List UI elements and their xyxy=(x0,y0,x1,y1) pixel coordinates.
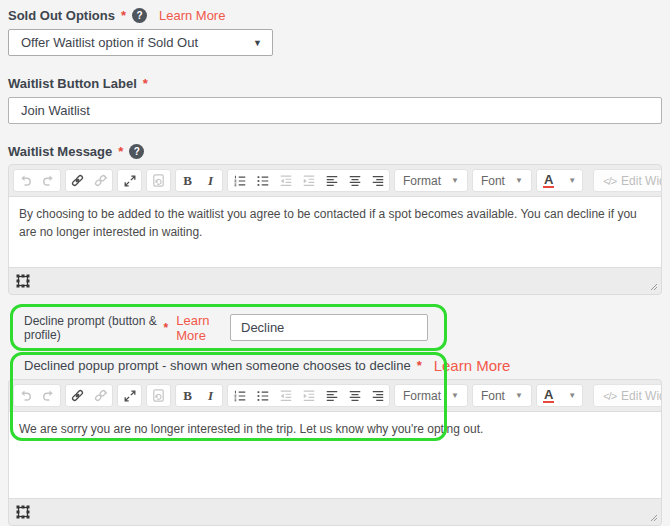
required-asterisk: * xyxy=(164,321,169,335)
italic-button[interactable]: I xyxy=(199,385,222,406)
ordered-list-button[interactable] xyxy=(228,385,251,406)
chevron-down-icon: ▼ xyxy=(568,176,576,185)
align-left-button[interactable] xyxy=(320,385,343,406)
required-asterisk: * xyxy=(121,8,126,23)
chevron-down-icon: ▼ xyxy=(451,391,459,400)
editor-toolbar: B I Format ▼ Font ▼ xyxy=(9,380,661,411)
declined-popup-content[interactable]: We are sorry you are no longer intereste… xyxy=(9,411,661,499)
undo-button[interactable] xyxy=(14,385,37,406)
format-dropdown-value: Format xyxy=(403,174,441,188)
redo-button[interactable] xyxy=(37,170,60,191)
chevron-down-icon: ▼ xyxy=(515,176,523,185)
editor-statusbar xyxy=(9,268,661,294)
decline-prompt-input[interactable] xyxy=(230,314,428,341)
outdent-button[interactable] xyxy=(274,385,297,406)
bullet-list-button[interactable] xyxy=(251,170,274,191)
bullet-list-button[interactable] xyxy=(251,385,274,406)
code-icon: </> xyxy=(603,175,616,187)
sold-out-selected-value: Offer Waitlist option if Sold Out xyxy=(21,35,198,50)
unlink-button[interactable] xyxy=(89,385,112,406)
ordered-list-button[interactable] xyxy=(228,170,251,191)
declined-popup-learn-more-link[interactable]: Learn More xyxy=(434,357,511,374)
indent-button[interactable] xyxy=(297,385,320,406)
resize-grip[interactable] xyxy=(650,283,658,291)
waitlist-message-content[interactable]: By choosing to be added to the waitlist … xyxy=(9,196,661,268)
waitlist-message-label: Waitlist Message xyxy=(8,144,112,159)
waitlist-settings-form: Sold Out Options * ? Learn More Offer Wa… xyxy=(0,0,670,526)
text-color-button[interactable]: A ▼ xyxy=(536,169,583,192)
maximize-icon[interactable] xyxy=(118,385,141,406)
waitlist-button-label: Waitlist Button Label xyxy=(8,76,137,91)
unlink-button[interactable] xyxy=(89,170,112,191)
editor-toolbar: B I Format ▼ Font ▼ A ▼ xyxy=(9,165,661,196)
resize-grip[interactable] xyxy=(650,514,658,522)
required-asterisk: * xyxy=(143,76,148,91)
font-dropdown[interactable]: Font ▼ xyxy=(472,169,532,192)
required-asterisk: * xyxy=(417,358,422,373)
waitlist-button-label-row: Waitlist Button Label * xyxy=(8,76,662,91)
restore-draft-icon[interactable] xyxy=(147,385,170,406)
declined-popup-label-row: Declined popup prompt - shown when someo… xyxy=(24,357,662,374)
edit-widget-label: Edit Widget xyxy=(621,389,662,403)
help-icon[interactable]: ? xyxy=(129,144,144,159)
help-icon[interactable]: ? xyxy=(132,8,147,23)
sold-out-learn-more-link[interactable]: Learn More xyxy=(159,8,225,23)
editor-statusbar xyxy=(9,499,661,525)
chevron-down-icon: ▼ xyxy=(515,391,523,400)
align-center-button[interactable] xyxy=(343,170,366,191)
required-asterisk: * xyxy=(118,144,123,159)
waitlist-message-editor: B I Format ▼ Font ▼ A ▼ xyxy=(8,164,662,295)
declined-popup-label: Declined popup prompt - shown when someo… xyxy=(24,358,411,373)
indent-button[interactable] xyxy=(297,170,320,191)
chevron-down-icon: ▼ xyxy=(568,391,576,400)
sold-out-options-label: Sold Out Options xyxy=(8,8,115,23)
decline-prompt-label: Decline prompt (button & profile) xyxy=(24,314,164,342)
bold-button[interactable]: B xyxy=(176,385,199,406)
edit-widget-button[interactable]: </> Edit Widget xyxy=(593,169,662,192)
font-dropdown[interactable]: Font ▼ xyxy=(472,384,532,407)
decline-prompt-highlight: Decline prompt (button & profile) * Lear… xyxy=(10,304,447,351)
chevron-down-icon: ▼ xyxy=(451,176,459,185)
italic-button[interactable]: I xyxy=(199,170,222,191)
waitlist-button-label-input[interactable] xyxy=(8,97,662,124)
format-dropdown[interactable]: Format ▼ xyxy=(394,169,468,192)
code-icon: </> xyxy=(603,390,616,402)
undo-button[interactable] xyxy=(14,170,37,191)
format-dropdown[interactable]: Format ▼ xyxy=(394,384,468,407)
link-button[interactable] xyxy=(66,385,89,406)
sold-out-options-label-row: Sold Out Options * ? Learn More xyxy=(8,8,662,23)
format-dropdown-value: Format xyxy=(403,389,441,403)
decline-prompt-learn-more-link[interactable]: Learn More xyxy=(176,313,230,343)
edit-widget-label: Edit Widget xyxy=(621,174,662,188)
link-button[interactable] xyxy=(66,170,89,191)
redo-button[interactable] xyxy=(37,385,60,406)
declined-popup-editor: B I Format ▼ Font ▼ xyxy=(8,379,662,526)
align-right-button[interactable] xyxy=(366,385,389,406)
font-dropdown-value: Font xyxy=(481,389,505,403)
declined-popup-section: Declined popup prompt - shown when someo… xyxy=(8,357,662,526)
text-color-icon: A xyxy=(543,388,554,403)
maximize-icon[interactable] xyxy=(118,170,141,191)
chevron-down-icon: ▼ xyxy=(253,38,262,48)
font-dropdown-value: Font xyxy=(481,174,505,188)
waitlist-message-label-row: Waitlist Message * ? xyxy=(8,144,662,159)
align-right-button[interactable] xyxy=(366,170,389,191)
text-color-button[interactable]: A ▼ xyxy=(536,384,583,407)
outdent-button[interactable] xyxy=(274,170,297,191)
bold-button[interactable]: B xyxy=(176,170,199,191)
elements-path-icon xyxy=(16,505,30,519)
restore-draft-icon[interactable] xyxy=(147,170,170,191)
edit-widget-button[interactable]: </> Edit Widget xyxy=(593,384,662,407)
sold-out-options-select[interactable]: Offer Waitlist option if Sold Out ▼ xyxy=(8,29,273,56)
align-center-button[interactable] xyxy=(343,385,366,406)
elements-path-icon xyxy=(16,274,30,288)
text-color-icon: A xyxy=(543,173,554,188)
align-left-button[interactable] xyxy=(320,170,343,191)
